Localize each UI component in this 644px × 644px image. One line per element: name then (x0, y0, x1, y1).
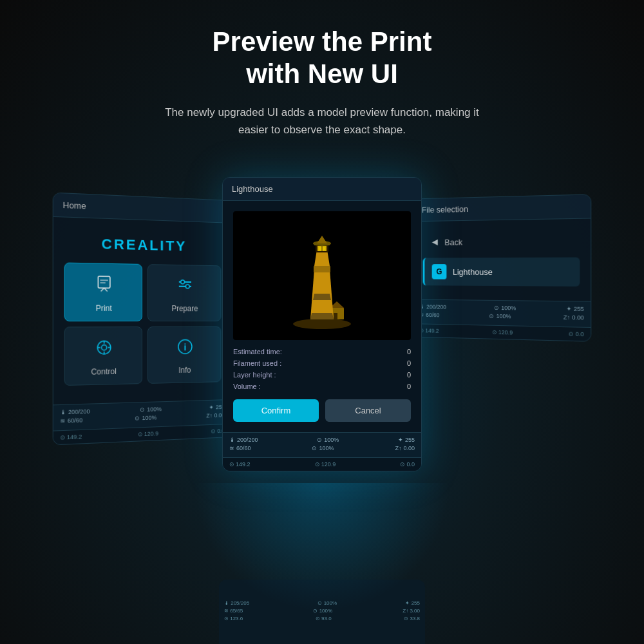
center-x: ⊙ 149.2 (229, 461, 251, 468)
back-arrow-icon: ◄ (430, 236, 440, 248)
file-name-label: Lighthouse (453, 267, 493, 277)
prepare-button[interactable]: Prepare (147, 264, 221, 321)
back-button[interactable]: ◄ Back (423, 229, 580, 252)
center-z2: ⊙ 0.0 (400, 461, 415, 468)
right-y: ⊙ 120.9 (492, 329, 513, 336)
info-value-1: 0 (407, 359, 411, 367)
info-label: Info (178, 366, 191, 375)
print-label: Print (96, 304, 112, 313)
page-subtitle: The newly upgraded UI adds a model previ… (155, 104, 489, 138)
center-z: Z↑ 0.00 (395, 445, 415, 451)
center-fan: ⊙ 100% (317, 437, 339, 443)
info-label-1: Filament used : (233, 359, 281, 367)
info-button[interactable]: i Info (147, 327, 221, 384)
left-x: ⊙ 149.2 (60, 433, 82, 441)
preview-screen-panel: Lighthouse (222, 177, 422, 471)
svg-marker-14 (310, 313, 334, 319)
right-status-row1: 🌡 200/200 ⊙ 100% ✦ 255 (419, 304, 584, 313)
right-flow: ⊙ 100% (489, 313, 511, 320)
right-status-bar: 🌡 200/200 ⊙ 100% ✦ 255 ≋ 60/60 ⊙ 100% Z↑… (413, 299, 591, 328)
center-speed: ✦ 255 (398, 437, 415, 443)
preview-panel-body: Estimated time: 0 Filament used : 0 Laye… (223, 201, 421, 432)
file-selection-panel-header: File selection (413, 194, 591, 222)
title-line2: with New UI (246, 59, 398, 89)
center-temp2: ≋ 60/60 (229, 445, 251, 451)
left-fan: ⊙ 100% (140, 406, 162, 413)
info-label-2: Layer height : (233, 371, 276, 379)
page-title: Preview the Print with New UI (39, 26, 605, 91)
home-panel-body: CREALITY Print (53, 217, 231, 404)
right-status-row2: ≋ 60/60 ⊙ 100% Z↑ 0.00 (419, 312, 584, 321)
svg-point-4 (185, 285, 189, 289)
glow-beam (193, 483, 451, 612)
file-selection-panel-body: ◄ Back G Lighthouse (413, 219, 591, 301)
right-temp2: ≋ 60/60 (419, 312, 440, 318)
preview-image (233, 211, 411, 340)
home-grid: Print Prepare (64, 263, 222, 386)
title-line1: Preview the Print (213, 26, 432, 57)
device-row3: ⊙ 123.6 ⊙ 93.0 ⊙ 33.8 (224, 616, 420, 621)
svg-rect-12 (334, 313, 337, 319)
info-label-0: Estimated time: (233, 348, 282, 355)
left-temp1: 🌡 200/200 (60, 408, 90, 416)
right-speed: ✦ 255 (566, 306, 583, 313)
info-label-3: Volume : (233, 383, 261, 390)
info-layer-height: Layer height : 0 (233, 371, 411, 379)
info-icon: i (175, 337, 194, 361)
info-volume: Volume : 0 (233, 383, 411, 390)
file-type-icon: G (432, 264, 447, 279)
print-icon (94, 274, 114, 299)
svg-text:i: i (184, 343, 186, 353)
center-y: ⊙ 120.9 (315, 461, 336, 468)
file-list: G Lighthouse (423, 258, 580, 287)
home-screen-panel: Home CREALITY Print (53, 193, 232, 446)
prepare-label: Prepare (171, 304, 198, 313)
cancel-button[interactable]: Cancel (325, 399, 411, 422)
svg-point-6 (101, 345, 106, 350)
file-selection-screen-panel: File selection ◄ Back G Lighthouse 🌡 200… (413, 194, 592, 341)
svg-point-24 (319, 246, 325, 251)
center-temp1: 🌡 200/200 (229, 437, 258, 443)
right-z: Z↑ 0.00 (564, 314, 584, 321)
preview-panel-header: Lighthouse (223, 178, 421, 201)
center-flow: ⊙ 100% (312, 445, 334, 451)
control-icon (94, 337, 114, 362)
svg-rect-0 (98, 276, 109, 289)
left-temp2: ≋ 60/60 (60, 417, 82, 425)
left-y: ⊙ 120.9 (138, 430, 158, 437)
svg-rect-16 (314, 266, 330, 272)
info-value-0: 0 (407, 348, 411, 355)
right-z2: ⊙ 0.0 (569, 331, 584, 338)
screens-container: Home CREALITY Print (0, 151, 644, 471)
center-status-bar: 🌡 200/200 ⊙ 100% ✦ 255 ≋ 60/60 ⊙ 100% Z↑… (223, 432, 421, 457)
info-filament-used: Filament used : 0 (233, 359, 411, 367)
center-status-row2: ≋ 60/60 ⊙ 100% Z↑ 0.00 (229, 445, 415, 451)
left-flow: ⊙ 100% (135, 415, 157, 422)
creality-logo: CREALITY (64, 228, 222, 265)
info-value-2: 0 (407, 371, 411, 379)
info-estimated-time: Estimated time: 0 (233, 348, 411, 355)
svg-point-3 (180, 280, 184, 284)
print-button[interactable]: Print (64, 263, 142, 322)
file-item[interactable]: G Lighthouse (423, 258, 580, 287)
top-section: Preview the Print with New UI The newly … (0, 0, 644, 151)
center-coord-bar: ⊙ 149.2 ⊙ 120.9 ⊙ 0.0 (223, 457, 421, 471)
back-label: Back (444, 237, 462, 247)
svg-marker-15 (313, 294, 331, 300)
control-label: Control (91, 367, 116, 377)
right-temp1: 🌡 200/200 (419, 304, 446, 310)
right-x: ⊙ 149.2 (419, 327, 439, 334)
svg-point-9 (293, 319, 351, 329)
prepare-icon (175, 276, 194, 299)
info-value-3: 0 (407, 383, 411, 390)
control-button[interactable]: Control (64, 327, 142, 386)
right-coord-bar: ⊙ 149.2 ⊙ 120.9 ⊙ 0.0 (413, 323, 591, 341)
action-buttons: Confirm Cancel (233, 399, 411, 422)
center-status-row1: 🌡 200/200 ⊙ 100% ✦ 255 (229, 437, 415, 443)
confirm-button[interactable]: Confirm (233, 399, 319, 422)
svg-marker-23 (317, 236, 327, 243)
right-fan: ⊙ 100% (494, 305, 516, 312)
